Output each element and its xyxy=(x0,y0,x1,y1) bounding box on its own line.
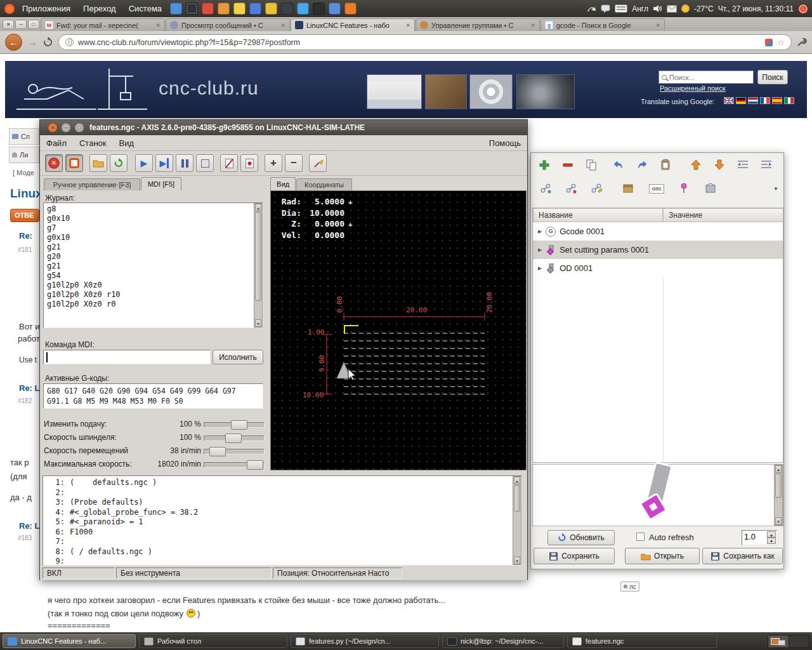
keyboard-indicator-icon[interactable] xyxy=(615,4,627,13)
mail-icon[interactable] xyxy=(667,5,677,13)
link-edit-button[interactable] xyxy=(587,180,605,197)
paste-button[interactable] xyxy=(657,156,674,174)
launcher-icon[interactable] xyxy=(313,3,325,15)
block-delete-toggle[interactable] xyxy=(220,154,238,172)
tab-close-icon[interactable]: ✕ xyxy=(655,22,660,29)
toolbar-overflow-dropdown[interactable]: ▼ xyxy=(770,180,782,197)
slider-thumb[interactable] xyxy=(209,447,226,456)
clock-label[interactable]: Чт., 27 июня, 11:30:11 xyxy=(718,4,794,13)
post-subject[interactable]: Re: L xyxy=(19,383,40,393)
scroll-up-button[interactable]: ▲ xyxy=(514,477,520,484)
clear-plot-button[interactable] xyxy=(309,154,327,172)
save-as-button[interactable]: Сохранить как xyxy=(702,548,783,564)
program-line[interactable]: 2: xyxy=(43,488,511,498)
tab-google-search[interactable]: g gcode - Поиск в Google ✕ xyxy=(540,18,665,31)
notification-arrow-icon[interactable] xyxy=(586,4,596,13)
menu-machine[interactable]: Станок xyxy=(73,136,113,150)
run-program-button[interactable]: ▶ xyxy=(135,154,153,172)
launcher-icon[interactable] xyxy=(218,3,230,15)
estop-button[interactable]: ✕ xyxy=(45,154,63,172)
scrollbar-thumb[interactable] xyxy=(775,474,782,498)
tab-mdi[interactable]: MDI [F5] xyxy=(141,177,181,190)
slider-thumb[interactable] xyxy=(231,420,247,430)
optional-stop-toggle[interactable] xyxy=(240,154,258,172)
launcher-icon[interactable] xyxy=(170,3,182,15)
mdi-history-item[interactable]: g10l2p0 X0z0 r10 xyxy=(44,290,253,300)
program-line[interactable]: 5:#<_paranoid> = 1 xyxy=(43,517,511,527)
tab-preview[interactable]: Вид xyxy=(270,177,296,190)
add-feature-button[interactable] xyxy=(535,156,553,174)
browser-minimize-button[interactable]: ─ xyxy=(15,20,27,29)
launcher-icon[interactable] xyxy=(233,3,246,15)
taskbar-item-desktop[interactable]: Рабочий стол xyxy=(139,634,287,648)
translate-page-icon[interactable] xyxy=(765,39,773,46)
mdi-command-input[interactable] xyxy=(46,352,205,361)
indent-button[interactable] xyxy=(757,156,775,174)
flag-germany-icon[interactable] xyxy=(736,97,746,104)
mdi-history-item[interactable]: g0x10 xyxy=(44,214,253,223)
import-button[interactable] xyxy=(619,180,637,197)
site-search-input[interactable] xyxy=(669,74,739,81)
tab-dro[interactable]: Координаты xyxy=(296,178,352,190)
slider-thumb[interactable] xyxy=(247,460,263,470)
move-up-button[interactable] xyxy=(687,156,705,174)
mdi-execute-button[interactable]: Исполнить xyxy=(213,350,263,364)
tab-manual-control[interactable]: Ручное управление·[F3] xyxy=(44,178,140,190)
program-line[interactable]: 8:( / defaults.ngc ) xyxy=(43,547,511,557)
flag-uk-icon[interactable] xyxy=(724,97,734,104)
tab-close-icon[interactable]: ✕ xyxy=(155,22,160,29)
launcher-icon[interactable] xyxy=(281,3,293,15)
program-line[interactable]: 1:( defaults.ngc ) xyxy=(43,478,511,488)
feed-override-slider[interactable] xyxy=(204,422,265,428)
redo-button[interactable] xyxy=(633,156,651,174)
taskbar-item-features-ngc[interactable]: features.ngc xyxy=(567,634,717,648)
reload-file-button[interactable] xyxy=(110,154,128,172)
menu-view[interactable]: Вид xyxy=(113,136,141,150)
remove-feature-button[interactable] xyxy=(559,156,577,174)
scroll-up-button[interactable]: ▲ xyxy=(255,204,261,211)
breadcrumb-board-link[interactable]: Сп xyxy=(9,128,39,145)
program-line[interactable]: 6:F1000 xyxy=(43,527,511,538)
max-velocity-slider[interactable] xyxy=(204,462,265,468)
launcher-icon[interactable] xyxy=(202,3,214,15)
program-line[interactable]: 7: xyxy=(43,537,511,547)
launcher-icon[interactable] xyxy=(186,3,198,15)
program-listing[interactable]: 1:( defaults.ngc ) 2: 3:(Probe defaults)… xyxy=(43,475,522,566)
tab-gmail[interactable]: M Fwd: your mail - xepecine( ✕ xyxy=(41,18,165,31)
flag-france-icon[interactable] xyxy=(760,97,770,104)
package-button[interactable] xyxy=(702,180,719,197)
zoom-in-button[interactable]: + xyxy=(265,154,282,172)
program-line[interactable]: 4:#<_global_probe_func> = 38.2 xyxy=(43,508,511,518)
scrollbar-thumb[interactable] xyxy=(514,485,520,512)
tab-linuxcnc-features[interactable]: LinuxCNC Features - набо ✕ xyxy=(291,18,415,31)
keyboard-layout-label[interactable]: Англ xyxy=(632,4,648,13)
gallery-thumbnail[interactable] xyxy=(367,74,422,109)
stop-button[interactable] xyxy=(196,154,214,172)
zoom-out-button[interactable]: − xyxy=(285,154,303,172)
distributor-logo-icon[interactable] xyxy=(4,3,15,15)
launcher-icon[interactable] xyxy=(329,3,341,15)
flag-spain-icon[interactable] xyxy=(772,97,782,104)
expander-icon[interactable]: ▶ xyxy=(538,265,542,271)
volume-icon[interactable] xyxy=(653,4,662,13)
gallery-thumbnail[interactable] xyxy=(425,74,467,109)
launcher-icon[interactable] xyxy=(297,3,309,15)
workspace-2[interactable] xyxy=(789,635,809,647)
post-subject[interactable]: Re: xyxy=(19,231,32,241)
site-search-button[interactable]: Поиск xyxy=(757,70,788,84)
save-button[interactable]: Сохранить xyxy=(534,548,615,564)
gallery-thumbnail[interactable] xyxy=(516,74,575,109)
feature-row-cutting-params[interactable]: ▶ Set cutting params 0001 xyxy=(533,241,783,259)
browser-close-button[interactable]: ✕ xyxy=(3,20,14,29)
mdi-history-item[interactable]: g8 xyxy=(44,204,253,214)
workspace-1[interactable] xyxy=(768,635,789,647)
mdi-history-item[interactable]: g10l2p0 X0z0 xyxy=(44,281,253,290)
bookmark-star-icon[interactable]: ☆ xyxy=(777,37,785,47)
reply-button[interactable]: ОТВЕ xyxy=(10,209,39,222)
link-add-button[interactable] xyxy=(537,180,554,197)
advanced-search-link[interactable]: Расширенный поиск xyxy=(660,84,726,92)
preview-scrollbar[interactable]: ▲ ▼ xyxy=(774,465,783,526)
im-status-icon[interactable] xyxy=(601,4,610,13)
tab-close-icon[interactable]: ✕ xyxy=(280,22,285,29)
tab-group-management[interactable]: Управление группами • С ✕ xyxy=(416,18,540,31)
